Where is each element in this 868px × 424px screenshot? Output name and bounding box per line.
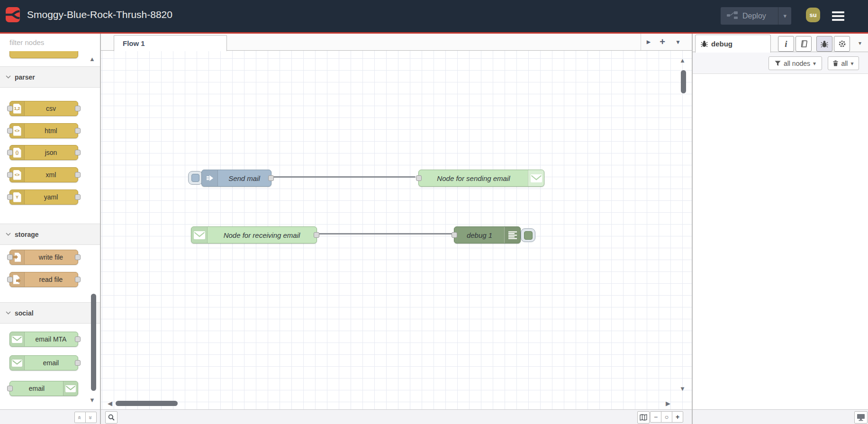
debug-filter-button[interactable]: all nodes ▾ xyxy=(769,56,822,70)
footer-bar: « » 0 0 − ○ + xyxy=(0,409,868,424)
flow-tab[interactable]: Flow 1 xyxy=(114,35,227,51)
canvas-node-email-in[interactable]: Node for receiving email xyxy=(191,226,317,244)
palette-footer-controls: « » xyxy=(74,412,97,423)
canvas-hscrollbar-thumb[interactable] xyxy=(116,401,178,406)
zoom-reset-button[interactable]: ○ xyxy=(661,411,672,423)
right-sidebar: debug i ▾ all nodes ▾ a xyxy=(693,34,868,409)
input-port[interactable] xyxy=(7,128,13,134)
expand-all-button[interactable]: » xyxy=(85,412,97,423)
collapse-all-button[interactable]: « xyxy=(74,412,86,423)
output-port[interactable] xyxy=(75,360,81,366)
help-tab-button[interactable] xyxy=(796,36,812,52)
zoom-in-button[interactable]: + xyxy=(672,411,683,423)
output-port[interactable] xyxy=(75,194,81,200)
input-port[interactable] xyxy=(7,386,13,391)
output-port[interactable] xyxy=(75,128,81,134)
output-port[interactable] xyxy=(75,106,81,111)
trash-icon xyxy=(833,60,838,66)
palette-node-yaml[interactable]: Y yaml xyxy=(9,189,78,205)
zoom-out-button[interactable]: − xyxy=(650,411,661,423)
debug-toggle-button[interactable] xyxy=(521,228,535,242)
palette-divider[interactable] xyxy=(100,34,101,424)
canvas-node-email-out[interactable]: Node for sending email xyxy=(418,170,544,187)
node-label: xml xyxy=(24,168,78,182)
palette-category-storage[interactable]: storage xyxy=(0,224,100,245)
node-label: debug 1 xyxy=(454,227,505,243)
input-port[interactable] xyxy=(7,254,13,260)
palette-node-clipped[interactable] xyxy=(9,51,78,58)
input-port[interactable] xyxy=(7,150,13,155)
output-port[interactable] xyxy=(75,150,81,155)
filter-label: all nodes xyxy=(784,60,810,67)
input-port[interactable] xyxy=(7,106,13,111)
debug-lines-icon xyxy=(504,227,520,243)
input-port[interactable] xyxy=(416,175,422,181)
node-label: html xyxy=(24,124,78,138)
palette-node-read-file[interactable]: read file xyxy=(9,272,78,287)
yaml-file-icon: Y xyxy=(13,192,21,202)
node-label: write file xyxy=(24,250,78,264)
input-port[interactable] xyxy=(7,277,13,282)
output-port[interactable] xyxy=(314,232,319,238)
palette-search-box[interactable] xyxy=(0,34,100,52)
palette-node-write-file[interactable]: write file xyxy=(9,250,78,265)
tab-scroll-right-icon[interactable]: ▶ xyxy=(642,34,655,50)
palette-node-html[interactable]: <> html xyxy=(9,123,78,138)
palette-node-xml[interactable]: <> xml xyxy=(9,167,78,182)
palette-node-csv[interactable]: 1,2 csv xyxy=(9,101,78,116)
deploy-label: Deploy xyxy=(742,12,766,20)
user-avatar[interactable]: su xyxy=(806,8,820,22)
sidebar-menu-caret[interactable]: ▾ xyxy=(859,40,861,46)
input-port[interactable] xyxy=(7,194,13,200)
palette-node-email-mta[interactable]: email MTA xyxy=(9,332,78,347)
output-port[interactable] xyxy=(75,277,81,282)
debug-tab-button[interactable] xyxy=(816,36,832,52)
debug-clear-button[interactable]: all ▾ xyxy=(828,56,859,70)
palette-category-parser[interactable]: parser xyxy=(0,66,100,88)
palette-scroll-up-icon[interactable]: ▲ xyxy=(89,56,95,62)
header-bar: Smoggy-Blue-Rock-Thrush-8820 Deploy ▾ su xyxy=(0,0,868,32)
palette-node-email-in[interactable]: email xyxy=(9,355,78,370)
category-label: storage xyxy=(15,231,39,238)
device-view-button[interactable] xyxy=(854,411,868,424)
canvas-vscrollbar-thumb[interactable] xyxy=(681,70,686,93)
palette-filter-input[interactable] xyxy=(9,38,105,47)
canvas-node-debug[interactable]: debug 1 xyxy=(454,226,521,244)
palette-scrollbar-thumb[interactable] xyxy=(91,294,96,391)
palette-scroll-down-icon[interactable]: ▼ xyxy=(89,397,95,403)
input-port[interactable] xyxy=(452,232,457,238)
deploy-options-caret[interactable]: ▾ xyxy=(778,7,791,25)
envelope-icon xyxy=(10,332,25,346)
canvas-scroll-down-icon[interactable]: ▼ xyxy=(679,386,686,392)
chevron-down-icon xyxy=(6,75,11,79)
node-label: read file xyxy=(24,272,78,287)
palette-node-email-out[interactable]: email xyxy=(9,381,78,396)
navigator-button[interactable] xyxy=(637,411,650,424)
deploy-button[interactable]: Deploy ▾ xyxy=(721,7,791,25)
inject-trigger-button[interactable] xyxy=(188,171,203,185)
canvas-scroll-right-icon[interactable]: ▶ xyxy=(666,400,670,406)
sidebar-tab-debug[interactable]: debug xyxy=(695,35,771,53)
main-menu-button[interactable] xyxy=(832,11,844,21)
search-flows-button[interactable] xyxy=(105,411,118,424)
wire[interactable] xyxy=(271,176,416,178)
output-port[interactable] xyxy=(268,175,274,181)
envelope-icon xyxy=(191,227,208,243)
flow-list-caret[interactable]: ▼ xyxy=(672,34,684,50)
settings-tab-button[interactable] xyxy=(834,36,850,52)
palette-category-social[interactable]: social xyxy=(0,302,100,324)
sidebar-divider[interactable] xyxy=(692,34,693,424)
output-port[interactable] xyxy=(75,172,81,178)
flow-canvas[interactable]: Send mail Node for sending email Node fo… xyxy=(101,51,692,409)
envelope-icon xyxy=(528,170,544,186)
input-port[interactable] xyxy=(7,172,13,178)
wire[interactable] xyxy=(316,233,454,235)
info-tab-button[interactable]: i xyxy=(778,36,794,52)
canvas-scroll-left-icon[interactable]: ◀ xyxy=(108,400,112,406)
palette-node-json[interactable]: {} json xyxy=(9,145,78,160)
canvas-node-inject[interactable]: Send mail xyxy=(201,170,271,187)
add-flow-button[interactable]: + xyxy=(656,34,669,50)
canvas-scroll-up-icon[interactable]: ▲ xyxy=(679,57,686,63)
output-port[interactable] xyxy=(75,254,81,260)
output-port[interactable] xyxy=(75,336,81,342)
